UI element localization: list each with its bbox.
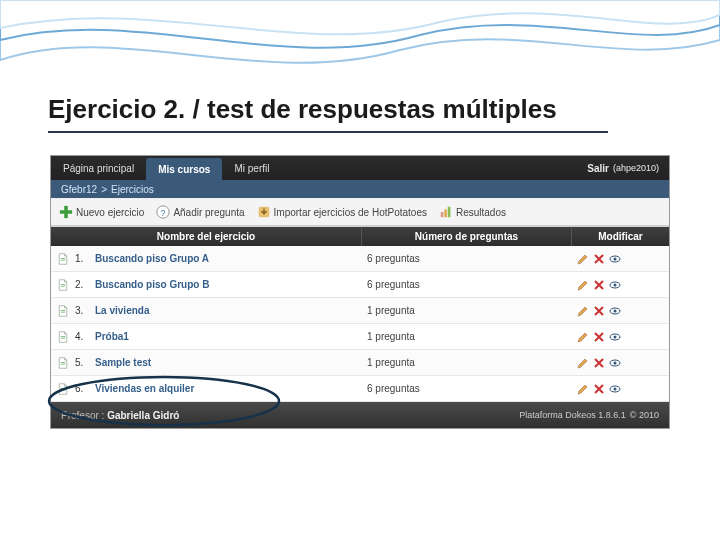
table-body: 1. Buscando piso Grupo A6 preguntas 2. B… bbox=[51, 246, 669, 402]
nav-logout[interactable]: Salir (ahpe2010) bbox=[577, 156, 669, 180]
svg-rect-29 bbox=[61, 389, 66, 390]
document-icon bbox=[57, 253, 69, 265]
row-number: 2. bbox=[75, 279, 89, 290]
row-count: 1 pregunta bbox=[361, 331, 571, 342]
exercise-link[interactable]: Sample test bbox=[95, 357, 151, 368]
footer-name: Gabriella Gidró bbox=[107, 410, 179, 421]
pencil-icon[interactable] bbox=[577, 383, 589, 395]
eye-icon[interactable] bbox=[609, 331, 621, 343]
breadcrumb: Gfebr12 > Ejercicios bbox=[51, 180, 669, 198]
x-icon[interactable] bbox=[593, 279, 605, 291]
pencil-icon[interactable] bbox=[577, 279, 589, 291]
question-icon: ? bbox=[156, 205, 170, 219]
th-modify: Modificar bbox=[571, 227, 669, 246]
svg-rect-16 bbox=[61, 310, 66, 311]
svg-text:?: ? bbox=[161, 208, 166, 218]
breadcrumb-section[interactable]: Ejercicios bbox=[111, 184, 154, 195]
svg-rect-13 bbox=[61, 285, 66, 286]
nav-home[interactable]: Página principal bbox=[51, 156, 146, 180]
svg-rect-25 bbox=[61, 363, 66, 364]
svg-rect-28 bbox=[61, 388, 66, 389]
exercise-link[interactable]: La vivienda bbox=[95, 305, 149, 316]
x-icon[interactable] bbox=[593, 331, 605, 343]
pencil-icon[interactable] bbox=[577, 357, 589, 369]
slide-title: Ejercicio 2. / test de respuestas múltip… bbox=[48, 94, 608, 133]
new-exercise-button[interactable]: Nuevo ejercicio bbox=[59, 205, 144, 219]
svg-point-31 bbox=[614, 387, 617, 390]
svg-point-23 bbox=[614, 335, 617, 338]
document-icon bbox=[57, 331, 69, 343]
svg-rect-21 bbox=[61, 337, 66, 338]
svg-point-11 bbox=[614, 257, 617, 260]
logout-label: Salir bbox=[587, 163, 609, 174]
row-count: 6 preguntas bbox=[361, 279, 571, 290]
add-question-label: Añadir pregunta bbox=[173, 207, 244, 218]
import-hotpotatoes-button[interactable]: Importar ejercicios de HotPotatoes bbox=[257, 205, 427, 219]
svg-point-19 bbox=[614, 309, 617, 312]
nav-profile[interactable]: Mi perfil bbox=[222, 156, 281, 180]
add-question-button[interactable]: ? Añadir pregunta bbox=[156, 205, 244, 219]
svg-rect-6 bbox=[444, 209, 447, 217]
exercise-link[interactable]: Próba1 bbox=[95, 331, 129, 342]
svg-rect-17 bbox=[61, 311, 66, 312]
document-icon bbox=[57, 357, 69, 369]
import-label: Importar ejercicios de HotPotatoes bbox=[274, 207, 427, 218]
exercise-link[interactable]: Viviendas en alquiler bbox=[95, 383, 194, 394]
row-number: 4. bbox=[75, 331, 89, 342]
eye-icon[interactable] bbox=[609, 253, 621, 265]
table-row: 4. Próba11 pregunta bbox=[51, 324, 669, 350]
eye-icon[interactable] bbox=[609, 279, 621, 291]
table-row: 3. La vivienda1 pregunta bbox=[51, 298, 669, 324]
svg-rect-12 bbox=[61, 284, 66, 285]
svg-rect-5 bbox=[441, 212, 444, 217]
row-count: 6 preguntas bbox=[361, 253, 571, 264]
current-user: (ahpe2010) bbox=[613, 163, 659, 173]
row-number: 5. bbox=[75, 357, 89, 368]
exercise-link[interactable]: Buscando piso Grupo B bbox=[95, 279, 209, 290]
row-count: 1 pregunta bbox=[361, 305, 571, 316]
document-icon bbox=[57, 383, 69, 395]
pencil-icon[interactable] bbox=[577, 253, 589, 265]
breadcrumb-sep: > bbox=[97, 184, 111, 195]
pencil-icon[interactable] bbox=[577, 331, 589, 343]
svg-rect-9 bbox=[61, 259, 66, 260]
svg-rect-24 bbox=[61, 362, 66, 363]
x-icon[interactable] bbox=[593, 357, 605, 369]
results-button[interactable]: Resultados bbox=[439, 205, 506, 219]
chart-icon bbox=[439, 205, 453, 219]
table-row: 5. Sample test1 pregunta bbox=[51, 350, 669, 376]
x-icon[interactable] bbox=[593, 305, 605, 317]
document-icon bbox=[57, 305, 69, 317]
th-count: Número de preguntas bbox=[361, 227, 571, 246]
new-exercise-label: Nuevo ejercicio bbox=[76, 207, 144, 218]
th-name: Nombre del ejercicio bbox=[51, 227, 361, 246]
row-count: 6 preguntas bbox=[361, 383, 571, 394]
svg-point-15 bbox=[614, 283, 617, 286]
row-number: 6. bbox=[75, 383, 89, 394]
toolbar: Nuevo ejercicio ? Añadir pregunta Import… bbox=[51, 198, 669, 227]
footer: Profesor : Gabriella Gidró Plataforma Do… bbox=[51, 402, 669, 428]
plus-icon bbox=[59, 205, 73, 219]
import-icon bbox=[257, 205, 271, 219]
svg-rect-8 bbox=[61, 258, 66, 259]
footer-platform: Plataforma Dokeos 1.8.6.1 bbox=[519, 410, 626, 420]
nav-courses[interactable]: Mis cursos bbox=[146, 158, 222, 180]
row-number: 1. bbox=[75, 253, 89, 264]
eye-icon[interactable] bbox=[609, 383, 621, 395]
footer-role: Profesor : bbox=[61, 410, 104, 421]
exercise-link[interactable]: Buscando piso Grupo A bbox=[95, 253, 209, 264]
eye-icon[interactable] bbox=[609, 357, 621, 369]
table-row: 2. Buscando piso Grupo B6 preguntas bbox=[51, 272, 669, 298]
table-row: 6. Viviendas en alquiler6 preguntas bbox=[51, 376, 669, 402]
pencil-icon[interactable] bbox=[577, 305, 589, 317]
table-row: 1. Buscando piso Grupo A6 preguntas bbox=[51, 246, 669, 272]
x-icon[interactable] bbox=[593, 383, 605, 395]
breadcrumb-course[interactable]: Gfebr12 bbox=[61, 184, 97, 195]
table-header: Nombre del ejercicio Número de preguntas… bbox=[51, 227, 669, 246]
top-nav: Página principal Mis cursos Mi perfil Sa… bbox=[51, 156, 669, 180]
eye-icon[interactable] bbox=[609, 305, 621, 317]
lms-screenshot: Página principal Mis cursos Mi perfil Sa… bbox=[50, 155, 670, 429]
document-icon bbox=[57, 279, 69, 291]
x-icon[interactable] bbox=[593, 253, 605, 265]
svg-rect-20 bbox=[61, 336, 66, 337]
